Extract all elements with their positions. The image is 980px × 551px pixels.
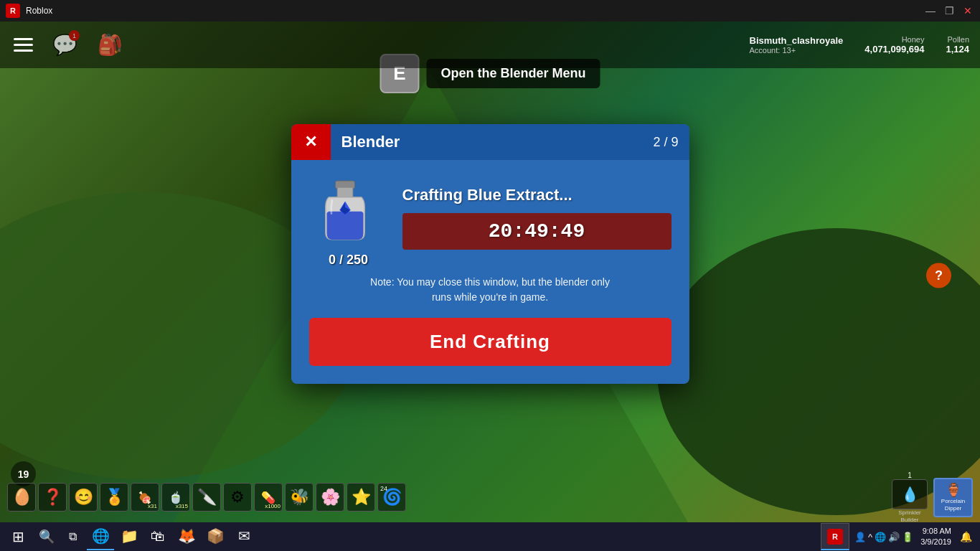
timer-text: 20:49:49 [489,220,585,242]
modal-title: Blender [331,133,643,151]
blue-extract-icon [309,174,381,246]
svg-rect-1 [337,187,353,197]
modal-close-button[interactable]: ✕ [291,124,331,160]
crafting-row: 0 / 250 Crafting Blue Extract... 20:49:4… [309,174,672,260]
blender-modal: ✕ Blender 2 / 9 [291,124,689,384]
modal-page: 2 / 9 [642,135,689,150]
item-image-container: 0 / 250 [309,174,388,260]
modal-header: ✕ Blender 2 / 9 [291,124,689,160]
crafting-note: Note: You may close this window, but the… [309,275,672,305]
modal-body: 0 / 250 Crafting Blue Extract... 20:49:4… [291,160,689,384]
item-count: 0 / 250 [309,253,388,268]
timer-bar: 20:49:49 [402,213,672,250]
crafting-info: Crafting Blue Extract... 20:49:49 [402,186,672,250]
modal-overlay: ✕ Blender 2 / 9 [0,0,980,551]
end-crafting-button[interactable]: End Crafting [309,318,672,366]
crafting-title: Crafting Blue Extract... [402,186,672,204]
